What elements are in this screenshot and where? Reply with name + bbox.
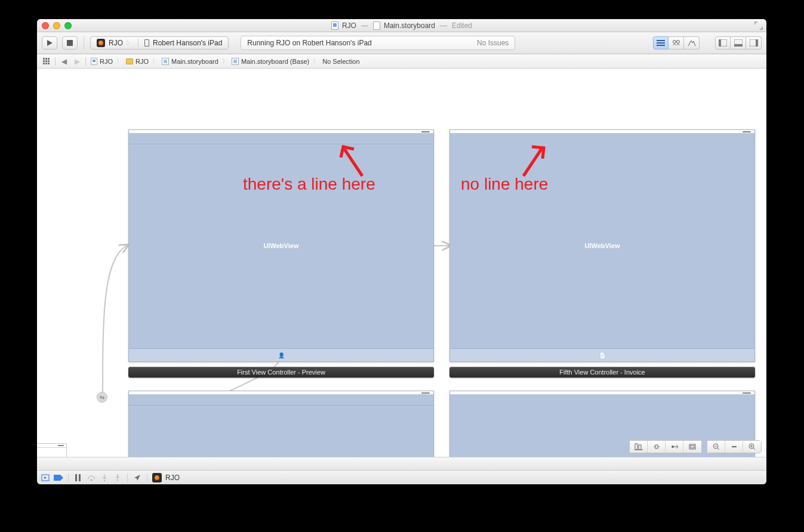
scheme-app[interactable]: RJO 〉 xyxy=(91,39,138,47)
zoom-controls xyxy=(707,440,762,453)
project-icon xyxy=(91,58,97,65)
crumb-label: RJO xyxy=(135,58,149,65)
status-text: Running RJO on Robert Hanson's iPad xyxy=(247,39,371,47)
uiwebview[interactable]: UIWebView xyxy=(129,130,433,361)
resizing-button[interactable] xyxy=(683,441,701,453)
divider xyxy=(84,36,84,50)
run-button[interactable] xyxy=(42,36,57,50)
window-title: RJO — Main.storyboard — Edited xyxy=(37,21,766,30)
project-icon xyxy=(331,21,338,30)
tab-bar-controller-node[interactable]: ⇆ xyxy=(97,392,107,403)
minimize-icon[interactable] xyxy=(53,22,60,29)
tab-item-icon: 👤 xyxy=(278,352,285,358)
annotation-arrow-left xyxy=(338,143,368,179)
storyboard-icon xyxy=(232,58,239,65)
align-button[interactable] xyxy=(630,441,648,453)
scheme-app-label: RJO xyxy=(109,39,123,47)
chevron-right-icon: 〉 xyxy=(127,39,132,47)
uiwebview[interactable]: UIWebView xyxy=(450,130,754,361)
process-name[interactable]: RJO xyxy=(165,474,180,482)
title-edited: Edited xyxy=(452,21,472,30)
svg-point-36 xyxy=(104,480,105,481)
svg-rect-0 xyxy=(67,40,73,46)
zoom-icon[interactable] xyxy=(64,22,72,29)
forward-button[interactable]: ▶ xyxy=(71,57,83,66)
pin-button[interactable] xyxy=(648,441,666,453)
title-separator: — xyxy=(361,21,368,30)
svg-rect-18 xyxy=(655,445,658,449)
scheme-selector[interactable]: RJO 〉 Robert Hanson's iPad xyxy=(90,36,229,50)
pause-button[interactable] xyxy=(73,473,83,482)
simulate-location-button[interactable] xyxy=(133,473,142,482)
layout-controls xyxy=(629,440,702,453)
svg-rect-9 xyxy=(734,44,743,47)
svg-rect-2 xyxy=(657,42,665,44)
canvas-controls xyxy=(629,440,762,453)
standard-editor-button[interactable] xyxy=(653,36,669,50)
toggle-navigator-button[interactable] xyxy=(715,36,731,50)
scene-title-left[interactable]: First View Controller - Preview xyxy=(128,367,434,378)
crumb-label: Main.storyboard xyxy=(171,58,218,65)
svg-rect-33 xyxy=(79,474,81,481)
toggle-debug-button[interactable] xyxy=(731,36,746,50)
divider xyxy=(147,474,147,482)
activity-viewer[interactable]: Running RJO on Robert Hanson's iPad No I… xyxy=(241,36,515,50)
title-separator: — xyxy=(440,21,447,30)
svg-rect-11 xyxy=(756,39,758,47)
scheme-destination[interactable]: Robert Hanson's iPad xyxy=(138,39,228,47)
annotation-text-left: there's a line here xyxy=(243,175,375,194)
jump-folder[interactable]: RJO xyxy=(124,58,151,65)
annotation-text-right: no line here xyxy=(461,175,548,194)
zoom-out-button[interactable] xyxy=(707,441,725,453)
titlebar: RJO — Main.storyboard — Edited xyxy=(37,19,766,32)
scene-tab-bar: 👤 xyxy=(129,348,433,361)
svg-rect-7 xyxy=(719,39,721,47)
storyboard-canvas[interactable]: ⇆ UIWebView 👤 UIWebView 📄 First View Con… xyxy=(37,69,766,470)
status-issues: No Issues xyxy=(477,39,509,47)
jump-storyboard[interactable]: Main.storyboard xyxy=(159,58,221,65)
crumb-label: RJO xyxy=(100,58,113,65)
jump-base[interactable]: Main.storyboard (Base) xyxy=(229,58,312,65)
divider xyxy=(55,57,56,66)
zoom-actual-button[interactable] xyxy=(725,441,743,453)
jump-project[interactable]: RJO xyxy=(88,58,115,65)
step-over-button[interactable] xyxy=(87,473,96,482)
zoom-in-button[interactable] xyxy=(743,441,761,453)
assistant-editor-button[interactable] xyxy=(669,36,684,50)
step-out-button[interactable] xyxy=(113,473,122,482)
step-in-button[interactable] xyxy=(100,473,109,482)
crumb-label: No Selection xyxy=(322,58,359,65)
divider xyxy=(68,474,69,482)
scene-title-label: First View Controller - Preview xyxy=(237,369,325,376)
version-editor-button[interactable] xyxy=(684,36,700,50)
breakpoints-button[interactable] xyxy=(54,473,63,482)
hide-debug-button[interactable] xyxy=(41,473,50,482)
fullscreen-icon[interactable] xyxy=(754,21,763,30)
folder-icon xyxy=(126,58,133,64)
resolve-issues-button[interactable] xyxy=(666,441,683,453)
grid-icon xyxy=(43,58,50,65)
chevron-right-icon: 〉 xyxy=(116,57,122,66)
editor-bottom-bar xyxy=(37,457,766,470)
svg-rect-1 xyxy=(657,40,665,41)
scene-fifth-view-controller[interactable]: UIWebView 📄 xyxy=(449,129,755,362)
stop-button[interactable] xyxy=(62,36,78,50)
view-class-label: UIWebView xyxy=(585,242,620,249)
back-button[interactable]: ◀ xyxy=(58,57,70,66)
xcode-window: RJO — Main.storyboard — Edited RJO 〉 xyxy=(37,19,766,484)
panel-visibility-group xyxy=(715,36,762,50)
related-items-button[interactable] xyxy=(41,57,53,66)
scene-first-view-controller[interactable]: UIWebView 👤 xyxy=(128,129,434,362)
jump-selection[interactable]: No Selection xyxy=(320,58,362,65)
chevron-right-icon: 〉 xyxy=(222,57,228,66)
svg-point-38 xyxy=(117,474,118,475)
svg-point-4 xyxy=(673,41,676,44)
svg-line-25 xyxy=(717,448,719,450)
scene-title-right[interactable]: Fifth View Controller - Invoice xyxy=(449,367,755,378)
debug-bar: RJO xyxy=(37,470,766,484)
divider xyxy=(85,57,86,66)
close-icon[interactable] xyxy=(42,22,49,29)
jump-bar: ◀ ▶ RJO 〉 RJO 〉 Main.storyboard 〉 Main.s… xyxy=(37,54,766,69)
toggle-utilities-button[interactable] xyxy=(746,36,762,50)
svg-rect-13 xyxy=(635,444,637,450)
